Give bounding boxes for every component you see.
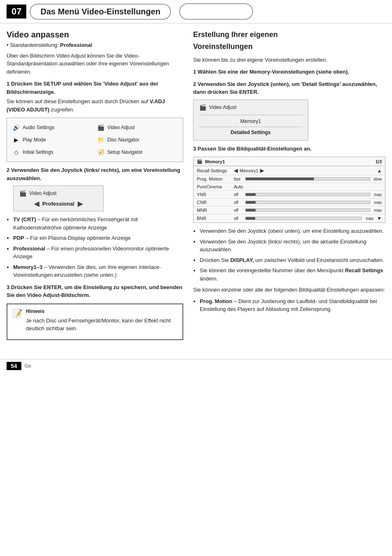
note-box: 📝 Hinweis Je nach Disc und Fernsehgerät/… xyxy=(7,303,183,340)
mnr-right-label: max xyxy=(372,208,382,213)
ynr-label: YNR xyxy=(197,192,234,197)
cnr-value: off max xyxy=(234,200,382,205)
ynr-value: off max xyxy=(234,192,382,197)
right-section-title-line2: Voreinstellungen xyxy=(193,42,385,51)
prog-motion-item: Prog. Motion – Dient zur Justierung der … xyxy=(200,297,385,313)
purecinema-label: PureCinema xyxy=(197,184,234,189)
prog-motion-track xyxy=(245,177,370,181)
mnr-slider xyxy=(245,208,370,212)
step1-heading: 1 Drücken Sie SETUP und wählen Sie 'Vide… xyxy=(7,80,183,96)
bnr-right-label: max xyxy=(364,216,374,221)
popup-left-arrow: ◀ xyxy=(34,200,39,208)
bullet-professional: Professional – Für einen professionellen… xyxy=(13,245,183,261)
recall-right-arrow: ▶ xyxy=(260,167,264,174)
bullet-pdp: PDP – Für ein Plasma-Display optimierte … xyxy=(13,234,183,242)
note-content: Hinweis Je nach Disc und Fernsehgerät/Mo… xyxy=(26,308,178,336)
screen-play-label: Play Mode xyxy=(23,137,46,143)
right-bullet-1: Verwenden Sie den Joystick (oben/ unten)… xyxy=(200,227,385,235)
prog-motion-fill xyxy=(246,178,314,180)
mnr-track xyxy=(245,208,370,212)
rp-row-memory1: Memory1 xyxy=(198,117,303,126)
prog-motion-bullet: Prog. Motion – Dient zur Justierung der … xyxy=(193,297,385,313)
recall-text: Memory1 xyxy=(240,168,258,173)
bottom-text: Sie können einzelne oder alle der folgen… xyxy=(193,286,385,294)
popup-content-row: ◀ Professional ▶ xyxy=(18,200,98,208)
intro-text: Über den Bildschirm Video Adjust können … xyxy=(7,52,183,76)
right-bullet-3: Drücken Sie DISPLAY, um zwischen Vollbil… xyxy=(200,256,385,264)
step1-body-text: Sie können auf diese Einstellungen auch … xyxy=(7,97,183,114)
recall-up-icon: ▲ xyxy=(377,168,382,173)
step2-heading: 2 Verwenden Sie den Joystick (links/ rec… xyxy=(7,166,183,182)
popup-box: 🎬 Video Adjust ◀ Professional ▶ xyxy=(13,185,104,211)
memory-row-bnr: BNR off max ▼ xyxy=(194,214,385,222)
main-content: Video anpassen • Standardeinstellung: Pr… xyxy=(0,23,392,351)
memory-header-icon: 🎬 xyxy=(197,159,203,164)
rp-divider1 xyxy=(198,115,303,115)
page-number-badge: 54 xyxy=(7,362,21,370)
bnr-fill xyxy=(246,217,255,220)
prog-motion-value: fast slow xyxy=(234,177,382,181)
audio-icon: 🔊 xyxy=(12,123,20,132)
popup-title: Video Adjust xyxy=(29,190,57,196)
display-bold: DISPLAY, xyxy=(230,257,254,263)
right-bullet-list: Verwenden Sie den Joystick (oben/ unten)… xyxy=(193,227,385,283)
prog-motion-right-label: slow xyxy=(372,177,382,181)
mnr-fill xyxy=(246,209,256,211)
popup-icon: 🎬 xyxy=(18,189,27,197)
right-step2-heading: 2 Verwenden Sie den Joystick (unten), um… xyxy=(193,80,385,96)
options-bullet-list: TV (CRT) – Für ein herkömmliches Fernseh… xyxy=(7,215,183,279)
bullet-pdp-key: PDP xyxy=(13,235,24,241)
memory-scroll-down: ▼ xyxy=(377,215,382,221)
default-value: Professional xyxy=(60,42,92,48)
memory-panel-title: Memory1 xyxy=(205,159,225,164)
setup-nav-icon: 🧭 xyxy=(97,148,105,156)
bullet-professional-key: Professional xyxy=(13,246,45,252)
page-footer: 54 Ge xyxy=(0,359,392,373)
right-popup-title: Video Adjust xyxy=(209,104,237,110)
screen-initial-label: Initial Settings xyxy=(23,149,53,155)
right-intro: Sie können bis zu drei eigene Voreinstel… xyxy=(193,56,385,64)
recall-left-arrow: ◀ xyxy=(234,167,238,174)
bnr-slider xyxy=(245,217,362,220)
recall-value: ◀ Memory1 ▶ ▲ xyxy=(234,167,382,174)
recall-label: Recall Settings xyxy=(197,168,234,173)
mnr-value: off max xyxy=(234,208,382,213)
bullet-memory: Memory1–3 – Verwenden Sie dies, um Ihre … xyxy=(13,263,183,279)
vadj-bold: V.ADJ (VIDEO ADJUST) xyxy=(7,98,165,113)
memory-row-cnr: CNR off max xyxy=(194,199,385,206)
cnr-fill xyxy=(246,201,256,204)
screen-item-initial: ◇ Initial Settings xyxy=(12,147,93,158)
right-step3-heading: 3 Passen Sie die Bildqualität-Einstellun… xyxy=(193,145,385,153)
note-title: Hinweis xyxy=(26,308,178,315)
prog-motion-label: Prog. Motion xyxy=(197,176,234,181)
rp-divider2 xyxy=(198,127,303,127)
bullet-memory-key: Memory1–3 xyxy=(13,264,43,270)
disc-nav-icon: 📁 xyxy=(97,136,105,144)
right-popup-title-row: 🎬 Video Adjust xyxy=(198,103,303,111)
ynr-slider xyxy=(245,193,370,196)
purecinema-text: Auto xyxy=(234,184,243,189)
right-popup-rows: Memory1 Detailed Settings xyxy=(198,117,303,137)
memory-panel-header: 🎬 Memory1 1/3 xyxy=(194,157,385,166)
memory-row-prog-motion: Prog. Motion fast slow xyxy=(194,175,385,183)
cnr-label: CNR xyxy=(197,200,234,205)
mnr-left-label: off xyxy=(234,208,244,213)
memory-row-ynr: YNR off max xyxy=(194,191,385,199)
ynr-right-label: max xyxy=(372,192,382,197)
note-bullet-1: Je nach Disc und Fernsehgerät/Monitor, k… xyxy=(26,317,178,333)
screen-grid: 🔊 Audio Settings 🎬 Video Adjust ▶ Play M… xyxy=(12,122,178,158)
screen-setup-label: Setup Navigator xyxy=(107,149,143,155)
initial-icon: ◇ xyxy=(12,148,20,156)
bullet-tv-crt: TV (CRT) – Für ein herkömmliches Fernseh… xyxy=(13,215,183,232)
video-adjust-icon: 🎬 xyxy=(97,123,105,132)
mnr-label: MNR xyxy=(197,208,234,213)
right-bullet-2: Verwenden Sie den Joystick (links/ recht… xyxy=(200,238,385,254)
page-header: 07 Das Menü Video-Einstellungen xyxy=(0,0,392,23)
bnr-track xyxy=(245,217,362,220)
ynr-track xyxy=(245,193,370,196)
step3-heading: 3 Drücken Sie ENTER, um die Einstellung … xyxy=(7,283,183,299)
prog-motion-left-label: fast xyxy=(234,177,244,181)
memory-row-purecinema: PureCinema Auto xyxy=(194,183,385,191)
right-column: Erstellung Ihrer eigenen Voreinstellunge… xyxy=(193,30,385,344)
bullet-pdp-text: – Für ein Plasma-Display optimierte Anze… xyxy=(25,235,131,241)
